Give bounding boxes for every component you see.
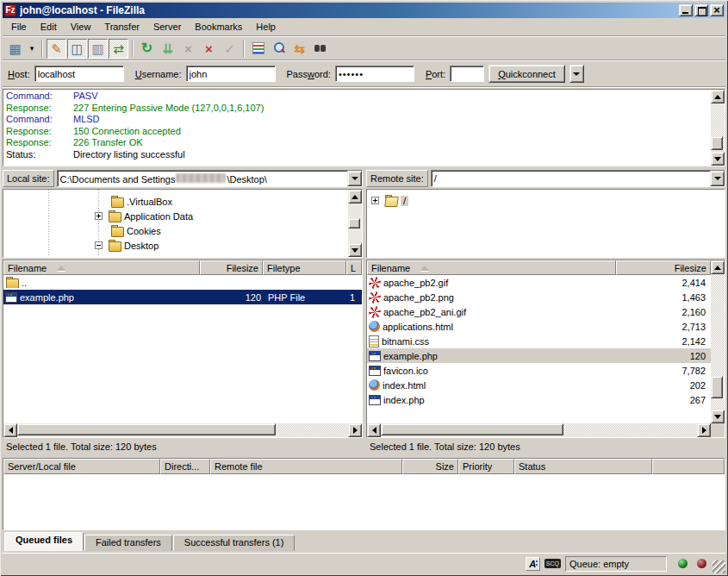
remote-list-rows[interactable]: apache_pb2.gif2,414 apache_pb2.png1,463 … [367,275,711,423]
file-row-example-php[interactable]: example.php 120 PHP File 1 [3,290,362,304]
menu-view[interactable]: View [64,20,98,34]
column-header-remote-file[interactable]: Remote file [210,459,402,474]
site-manager-dropdown-button[interactable]: ▾ [26,39,38,59]
file-row[interactable]: bitnami.css2,142 [367,334,711,348]
refresh-button[interactable]: ↻ [137,39,157,59]
toggle-remote-tree-button[interactable]: ▥ [88,39,108,59]
file-row[interactable]: applications.html2,713 [367,319,711,334]
tab-failed-transfers[interactable]: Failed transfers [84,535,172,551]
column-header-filename[interactable]: Filename [3,260,200,275]
speed-limit-badge-icon[interactable]: SCQ [544,559,561,568]
tree-item-desktop[interactable]: Desktop [3,238,348,253]
scroll-right-button[interactable] [697,423,711,437]
column-header-filetype[interactable]: Filetype [263,260,346,275]
minimize-button[interactable] [679,4,693,16]
scroll-up-button[interactable] [711,260,725,274]
file-row-example-php[interactable]: example.php120 [367,348,711,363]
scroll-left-button[interactable] [367,423,381,437]
file-row-parent-dir[interactable]: .. [3,275,362,290]
scroll-track[interactable] [711,103,725,152]
username-input[interactable] [186,66,276,82]
remote-tree-body[interactable]: / [367,190,725,257]
local-path-combo[interactable]: C:\Documents and Settings\Desktop\ [57,170,363,187]
file-row[interactable]: apache_pb2.gif2,414 [367,275,711,290]
menu-help[interactable]: Help [249,20,283,34]
password-input[interactable] [335,66,414,82]
toggle-queue-button[interactable]: ⇄ [109,39,128,59]
find-button[interactable] [310,39,330,59]
scroll-left-button[interactable] [3,423,17,437]
file-row[interactable]: index.php267 [367,392,711,407]
scroll-thumb[interactable] [711,376,723,398]
queue-body[interactable] [3,474,725,529]
remote-path-dropdown[interactable] [710,171,725,186]
menu-bookmarks[interactable]: Bookmarks [188,20,249,34]
reconnect-button[interactable]: ✓ [220,39,240,59]
column-header-filename[interactable]: Filename [367,260,616,275]
scroll-track[interactable] [348,203,362,243]
menu-transfer[interactable]: Transfer [97,20,146,34]
disconnect-button[interactable]: × [199,39,219,59]
sync-browse-button[interactable]: ⇆ [289,39,309,59]
file-row[interactable]: index.html202 [367,378,711,392]
local-tree-scrollbar[interactable] [348,190,362,257]
expand-plus-icon[interactable] [95,212,103,220]
menu-server[interactable]: Server [146,20,188,34]
filter-button[interactable] [248,39,268,59]
scroll-right-button[interactable] [348,423,362,437]
local-list-hscrollbar[interactable] [3,423,362,437]
scroll-track[interactable] [711,274,725,410]
scroll-thumb[interactable] [381,423,563,435]
scroll-track[interactable] [381,423,697,437]
app-icon[interactable]: Fz [4,4,16,16]
port-input[interactable] [450,66,484,82]
scroll-thumb[interactable] [348,218,360,229]
tree-item-application-data[interactable]: Application Data [3,209,348,223]
tree-item-cookies[interactable]: Cookies [3,223,348,238]
file-row[interactable]: apache_pb2.png1,463 [367,290,711,304]
column-header-direction[interactable]: Directi... [160,459,210,474]
column-header-status[interactable]: Status [514,459,652,474]
scroll-up-button[interactable] [348,190,362,203]
file-row[interactable]: favicon.ico7,782 [367,363,711,378]
quickconnect-button[interactable]: Quickconnect [488,65,565,83]
toggle-local-tree-button[interactable]: ◫ [67,39,87,59]
host-input[interactable] [34,66,124,82]
log-scrollbar[interactable] [711,90,725,166]
local-list-rows[interactable]: .. example.php 120 PHP File 1 [3,275,362,423]
local-path-dropdown[interactable] [347,171,362,186]
toggle-log-button[interactable]: ✎ [47,39,66,59]
expand-minus-icon[interactable] [95,241,103,249]
close-button[interactable] [710,4,724,16]
remote-path-combo[interactable]: / [431,170,725,187]
cancel-operation-button[interactable]: × [178,39,198,59]
tab-successful-transfers[interactable]: Successful transfers (1) [173,535,296,551]
scroll-down-button[interactable] [348,243,362,257]
remote-list-vscrollbar[interactable] [711,260,725,437]
scroll-down-button[interactable] [711,152,725,166]
column-header-size[interactable]: Size [402,459,458,474]
scroll-down-button[interactable] [711,410,725,423]
ascii-transfer-type-icon[interactable]: A [526,557,540,571]
scroll-track[interactable] [17,423,348,437]
scroll-thumb[interactable] [17,423,276,435]
scroll-thumb[interactable] [711,136,723,150]
tree-item-virtualbox[interactable]: .VirtualBox [3,194,348,209]
tree-item-root[interactable]: / [367,193,725,208]
resize-grip[interactable] [712,560,725,573]
menu-edit[interactable]: Edit [34,20,64,34]
column-header-server-local-file[interactable]: Server/Local file [3,459,160,474]
process-queue-button[interactable]: ⇊ [158,39,177,59]
menu-file[interactable]: File [4,20,34,34]
site-manager-button[interactable]: ▦ [5,39,25,59]
maximize-button[interactable] [694,4,708,16]
column-header-priority[interactable]: Priority [458,459,514,474]
tab-queued-files[interactable]: Queued files [4,532,84,551]
column-header-filesize[interactable]: Filesize [616,260,711,275]
remote-list-hscrollbar[interactable] [367,423,711,437]
expand-plus-icon[interactable] [371,197,379,204]
compare-button[interactable] [269,39,289,59]
column-header-filesize[interactable]: Filesize [200,260,263,275]
column-header-lastmodified[interactable]: L [346,260,362,275]
quickconnect-dropdown-button[interactable] [569,65,584,83]
